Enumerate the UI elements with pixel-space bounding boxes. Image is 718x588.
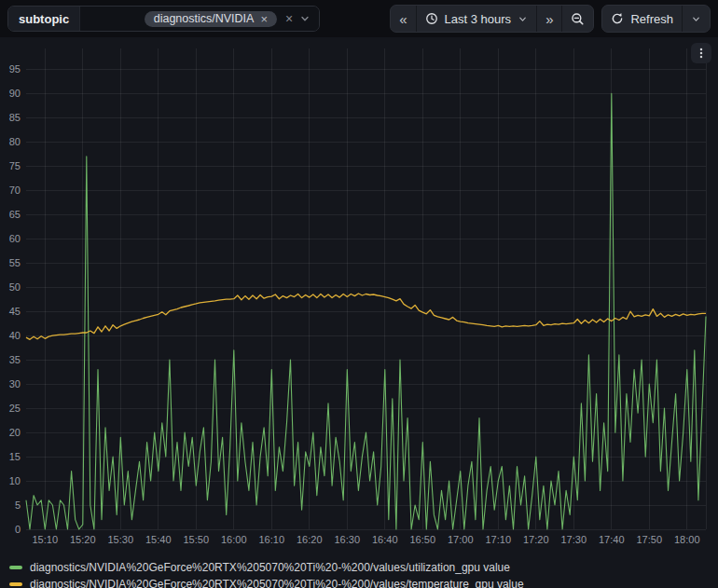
svg-text:15:30: 15:30 <box>107 534 133 545</box>
panel-gpu-timeseries: 0510152025303540455055606570758085909515… <box>0 37 718 588</box>
svg-text:60: 60 <box>9 233 21 244</box>
refresh-button[interactable]: Refresh <box>602 6 682 32</box>
refresh-chevron-icon <box>691 14 701 24</box>
svg-text:17:30: 17:30 <box>560 534 587 545</box>
utilization-series-marker <box>9 566 22 569</box>
zoom-out-icon <box>571 12 585 26</box>
svg-text:85: 85 <box>9 112 21 123</box>
svg-text:90: 90 <box>9 88 21 99</box>
svg-text:16:10: 16:10 <box>258 534 284 545</box>
template-variable-picker: subtopic diagnostics/NVIDIA × × <box>7 6 320 32</box>
legend-label: diagnostics/NVIDIA%20GeForce%20RTX%20507… <box>30 578 524 588</box>
legend-item-utilization[interactable]: diagnostics/NVIDIA%20GeForce%20RTX%20507… <box>9 559 718 576</box>
svg-text:20: 20 <box>9 427 21 438</box>
time-shift-back-button[interactable]: « <box>391 6 415 32</box>
svg-text:15: 15 <box>9 451 21 462</box>
svg-text:18:00: 18:00 <box>674 534 700 545</box>
svg-text:17:00: 17:00 <box>448 534 474 545</box>
variable-label: subtopic <box>8 7 80 31</box>
shift-back-icon: « <box>399 12 407 26</box>
chart-legend: diagnostics/NVIDIA%20GeForce%20RTX%20507… <box>0 558 718 588</box>
refresh-icon <box>611 12 624 25</box>
variable-select[interactable]: diagnostics/NVIDIA × × <box>80 7 319 31</box>
time-range-button[interactable]: Last 3 hours <box>416 6 537 32</box>
kebab-menu-icon <box>695 46 708 61</box>
svg-text:80: 80 <box>9 136 21 147</box>
svg-text:45: 45 <box>9 306 21 317</box>
svg-text:16:30: 16:30 <box>334 534 360 545</box>
chevron-down-icon[interactable] <box>299 13 311 24</box>
svg-text:15:10: 15:10 <box>32 534 58 545</box>
dashboard-toolbar: subtopic diagnostics/NVIDIA × × « <box>0 0 718 37</box>
svg-text:70: 70 <box>9 185 21 196</box>
time-range-label: Last 3 hours <box>445 12 512 26</box>
svg-text:40: 40 <box>9 330 21 341</box>
refresh-interval-button[interactable] <box>682 6 710 32</box>
legend-label: diagnostics/NVIDIA%20GeForce%20RTX%20507… <box>30 561 510 574</box>
svg-text:35: 35 <box>9 354 21 365</box>
svg-text:15:50: 15:50 <box>183 534 209 545</box>
time-series-chart[interactable]: 0510152025303540455055606570758085909515… <box>0 37 718 554</box>
legend-item-temperature[interactable]: diagnostics/NVIDIA%20GeForce%20RTX%20507… <box>9 576 718 588</box>
svg-text:50: 50 <box>9 281 21 293</box>
svg-text:30: 30 <box>9 378 21 390</box>
selected-tag-text: diagnostics/NVIDIA <box>154 13 255 25</box>
svg-text:5: 5 <box>15 499 21 511</box>
svg-text:17:50: 17:50 <box>636 534 662 545</box>
svg-text:10: 10 <box>9 475 21 486</box>
refresh-group: Refresh <box>601 5 711 33</box>
selected-tag[interactable]: diagnostics/NVIDIA × <box>145 11 277 27</box>
svg-text:16:20: 16:20 <box>297 534 323 545</box>
clock-icon <box>425 12 438 25</box>
zoom-out-button[interactable] <box>561 6 593 32</box>
svg-text:25: 25 <box>9 403 21 414</box>
time-controls: « Last 3 hours » <box>390 5 711 33</box>
svg-text:15:40: 15:40 <box>145 534 172 545</box>
temperature-series-marker <box>9 582 22 586</box>
svg-text:17:20: 17:20 <box>523 534 549 545</box>
svg-text:16:00: 16:00 <box>221 534 247 545</box>
panel-menu-button[interactable] <box>691 43 711 63</box>
svg-text:95: 95 <box>9 63 21 75</box>
svg-text:75: 75 <box>9 160 21 171</box>
time-range-group: « Last 3 hours » <box>390 5 594 33</box>
refresh-label: Refresh <box>630 12 673 26</box>
svg-text:17:10: 17:10 <box>485 534 511 545</box>
svg-text:55: 55 <box>9 257 21 268</box>
svg-text:15:20: 15:20 <box>70 534 96 545</box>
svg-text:16:40: 16:40 <box>372 534 398 545</box>
svg-text:65: 65 <box>9 209 21 220</box>
clear-icon[interactable]: × <box>285 12 293 25</box>
shift-forward-icon: » <box>545 12 553 26</box>
time-range-chevron-icon <box>518 14 528 24</box>
svg-text:0: 0 <box>15 524 21 535</box>
tag-remove-icon[interactable]: × <box>260 13 268 25</box>
svg-text:16:50: 16:50 <box>409 534 435 545</box>
svg-text:17:40: 17:40 <box>599 534 625 545</box>
time-shift-forward-button[interactable]: » <box>536 6 561 32</box>
